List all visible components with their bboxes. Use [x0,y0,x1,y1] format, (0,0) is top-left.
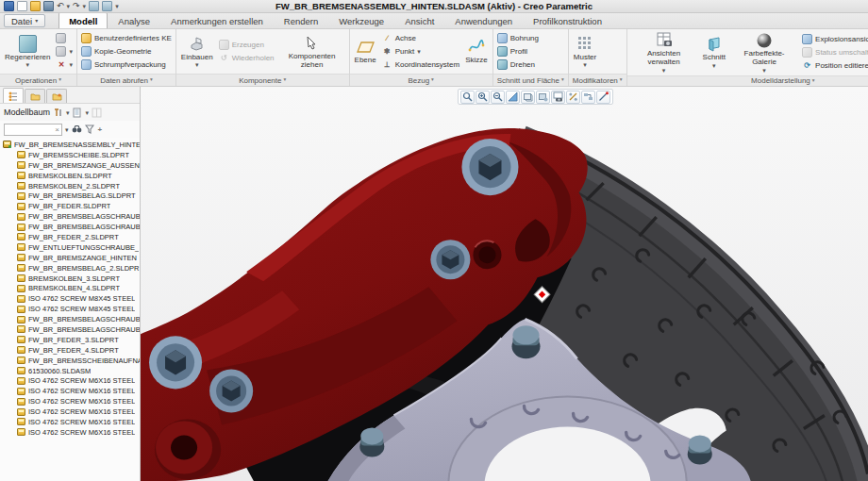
hole-button[interactable]: Bohrung [496,32,540,44]
tree-item[interactable]: ISO 4762 SCREW M8X45 STEEL [16,293,140,304]
group-label-bezug[interactable]: Bezug▾ [350,74,492,86]
undo-dropdown-icon[interactable]: ▾ [67,3,71,9]
tree-filter-doc-icon[interactable] [73,108,83,118]
point-button[interactable]: ✱Punkt▾ [381,45,460,58]
tree-item[interactable]: FW_BREMSSCHEIBE.SLDPRT [16,150,140,160]
view-normal-icon[interactable] [566,91,580,104]
caliper-bolt[interactable] [149,336,202,389]
regenerate-icon[interactable] [89,1,99,11]
tree-settings-icon[interactable] [53,108,63,118]
tree-item[interactable]: FW_BR_FEDER_3.SLDPRT [16,335,140,345]
appearance-gallery-button[interactable]: Farbeffekte-Galerie▾ [730,30,798,75]
customize-arrow-icon[interactable]: ▾ [115,3,119,9]
menu-tab[interactable]: Modell [58,12,108,28]
redo-icon[interactable]: ↷ [73,2,80,10]
group-label-modifikatoren[interactable]: Modifikatoren▾ [569,74,626,86]
3d-model-scene[interactable] [141,87,868,481]
open-file-icon[interactable] [30,1,41,11]
tree-filter-dropdown-icon[interactable]: ▾ [86,109,90,116]
tree-item[interactable]: BREMSKOLBEN.SLDPRT [16,171,140,181]
tree-item[interactable]: BREMSKOLBEN_3.SLDPRT [16,274,140,284]
tree-item[interactable]: FW_BR_BREMSBELAG.SLDPRT [16,191,140,201]
tree-item[interactable]: ISO 4762 SCREW M8X45 STEEL [16,304,140,314]
caliper-bolt[interactable] [209,369,253,412]
tree-item[interactable]: FW_ENTLUEFTUNGSCHRAUBE_ [16,242,140,253]
regenerate-button[interactable]: Regenerieren▾ [3,34,52,70]
hub-bolt[interactable] [359,427,384,456]
menu-tab[interactable]: Rendern [274,12,328,28]
tree-search-input[interactable]: × [4,124,62,136]
delete-button[interactable]: ✕▾ [55,58,74,71]
copy-button[interactable] [55,32,74,44]
group-label-modelldarstellung[interactable]: Modelldarstellung▾ [627,75,868,86]
tree-item[interactable]: ISO 4762 SCREW M6X16 STEEL [16,375,140,386]
redo-dropdown-icon[interactable]: ▾ [83,3,87,9]
undo-icon[interactable]: ↶ [57,2,64,10]
tree-item[interactable]: FW_BR_BREMSBELAG_2.SLDPR [16,263,140,274]
assemble-button[interactable]: Einbauen▾ [179,34,215,70]
drag-components-button[interactable]: Komponenten ziehen [278,33,346,71]
favorites-tab[interactable] [46,89,67,103]
tree-item[interactable]: FW_BR_FEDER_4.SLDPRT [16,345,140,356]
tree-item[interactable]: BREMSKOLBEN_4.SLDPRT [16,283,140,293]
save-icon[interactable] [43,1,54,11]
tree-item[interactable]: FW_BR_BREMSBELAGSCHRAUB [16,211,140,222]
paste-button[interactable]: ▾ [55,45,74,58]
section-button[interactable]: Schnitt▾ [701,34,727,70]
tree-item[interactable]: ISO 4762 SCREW M6X16 STEEL [16,417,140,427]
tree-item[interactable]: ISO 4762 SCREW M6X16 STEEL [16,427,140,438]
find-binoculars-icon[interactable] [72,124,82,135]
group-label-daten-abrufen[interactable]: Daten abrufen▾ [77,74,175,86]
manage-views-button[interactable]: Ansichten verwalten▾ [630,30,698,75]
axis-button[interactable]: ∕Achse [381,32,460,44]
zoom-out-icon[interactable] [491,91,505,104]
menu-tab[interactable]: Ansicht [394,12,444,28]
user-defined-feature-button[interactable]: Benutzerdefiniertes KE [80,32,173,44]
tree-item[interactable]: FW_BR_BREMSBELAGSCHRAUB [16,222,140,232]
tree-item[interactable]: FW_BR_BREMSBELAGSCHRAUB [16,314,140,324]
tree-root-item[interactable]: FW_BR_BREMSENASSEMBLY_HINTE [3,140,140,150]
filter-funnel-icon[interactable] [85,124,95,135]
tree-item[interactable]: FW_BR_BREMSBELAGSCHRAUB [16,324,140,335]
tree-item[interactable]: FW_BR_FEDER.SLDPRT [16,201,140,211]
tree-item[interactable]: FW_BR_BREMSZANGE_HINTEN [16,253,140,263]
caliper-bolt[interactable] [461,139,518,195]
group-label-komponente[interactable]: Komponente▾ [176,74,349,86]
caliper-bolt[interactable] [430,240,470,279]
app-icon[interactable] [4,1,14,11]
graphics-area[interactable] [141,87,868,481]
new-file-icon[interactable] [17,1,27,11]
tree-item[interactable]: ISO 4762 SCREW M6X16 STEEL [16,396,140,406]
plane-button[interactable]: Ebene [353,37,378,66]
menu-tab[interactable]: Analyse [108,12,160,28]
model-tree-tab[interactable] [3,88,24,103]
perspective-icon[interactable] [536,91,550,104]
sketch-button[interactable]: Skizze [463,37,490,66]
annotation-display-icon[interactable] [581,91,595,104]
repaint-icon[interactable] [506,91,520,104]
expand-search-icon[interactable]: + [98,125,103,134]
edit-position-button[interactable]: ⟳Position editieren [801,59,868,72]
spin-center-icon[interactable] [596,91,610,104]
saved-views-icon[interactable] [551,91,565,104]
exploded-view-button[interactable]: Explosionsansicht [801,33,868,45]
pattern-button[interactable]: Muster▾ [572,34,598,70]
search-dropdown-icon[interactable]: ▾ [65,126,69,133]
menu-tab[interactable]: Profilkonstruktion [523,12,612,28]
group-label-operationen[interactable]: Operationen▾ [0,74,76,86]
refit-icon[interactable] [460,91,475,104]
zoom-in-icon[interactable] [476,91,490,104]
tree-item[interactable]: BREMSKOLBEN_2.SLDPRT [16,181,140,191]
tree-item[interactable]: ▶ 61530060.SLDASM [16,366,140,376]
menu-tab[interactable]: Anmerkungen erstellen [160,12,274,28]
file-menu-button[interactable]: Datei ▾ [4,14,45,27]
menu-tab[interactable]: Anwendungen [444,12,523,28]
group-label-schnitt-und-flaeche[interactable]: Schnitt und Fläche▾ [493,74,568,86]
tree-item[interactable]: ISO 4762 SCREW M6X16 STEEL [16,406,140,417]
hub-bolt[interactable] [688,435,712,464]
tree-item[interactable]: FW_BR_BREMSZANGE_AUSSEN [16,160,140,171]
tree-item[interactable]: FW_BR_FEDER_2.SLDPRT [16,232,140,242]
csys-button[interactable]: ⟂Koordinatensystem [381,58,460,71]
hub-bolt[interactable] [511,325,540,358]
shrinkwrap-button[interactable]: Schrumpfverpackung [80,58,173,71]
